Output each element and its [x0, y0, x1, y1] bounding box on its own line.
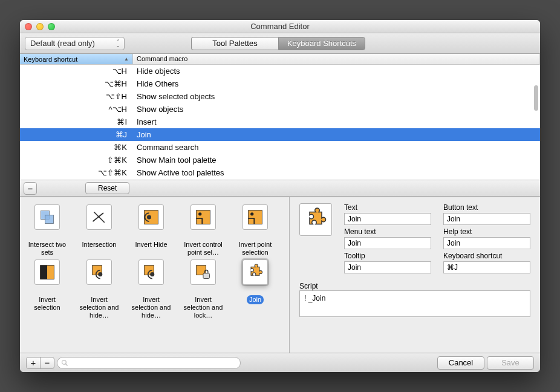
search-field[interactable]: [57, 357, 241, 369]
shortcut-cell: ⌘J: [20, 128, 133, 141]
zoom-icon[interactable]: [48, 23, 55, 30]
label-button-text: Button text: [443, 203, 530, 212]
invert-selection-lock-icon: [190, 260, 216, 285]
label-tooltip: Tooltip: [344, 252, 431, 260]
table-row[interactable]: ⌘KCommand search: [20, 141, 540, 154]
command-item-label: Invert control point sel…: [180, 240, 227, 257]
view-tabs: Tool Palettes Keyboard Shortcuts: [191, 37, 365, 50]
puzzle-icon: [304, 207, 328, 232]
column-header-shortcut[interactable]: Keyboard shortcut▲: [20, 54, 133, 64]
table-row[interactable]: ^⌥HShow objects: [20, 103, 540, 116]
table-row[interactable]: ⇧⌘KShow Main tool palette: [20, 154, 540, 166]
macro-cell: Show objects: [133, 103, 540, 116]
field-shortcut[interactable]: ⌘J: [443, 261, 530, 273]
table-header: Keyboard shortcut▲ Command macro: [20, 54, 540, 65]
shortcut-cell: ^⌥H: [20, 103, 133, 116]
shortcut-cell: ⌥⌘H: [20, 77, 133, 90]
command-item-label: Invert Hide: [132, 240, 169, 249]
script-section: Script ! _Join: [299, 282, 530, 317]
command-item-intersect-two-sets[interactable]: Intersect two sets: [24, 204, 71, 257]
field-button-text[interactable]: Join: [443, 213, 530, 225]
shortcut-cell: ⌘K: [20, 141, 133, 154]
command-item-invert-selection[interactable]: Invert selection: [24, 260, 71, 320]
command-item-label: Invert selection and hide…: [128, 295, 175, 320]
label-shortcut: Keyboard shortcut: [443, 252, 530, 260]
close-icon[interactable]: [25, 23, 32, 30]
table-row[interactable]: ⌥⌘HHide Others: [20, 77, 540, 90]
macro-cell: Show Active tool palettes: [133, 166, 540, 179]
invert-control-point-sel-icon: [190, 204, 216, 230]
tab-tool-palettes[interactable]: Tool Palettes: [191, 37, 278, 50]
macro-cell: Hide objects: [133, 65, 540, 77]
command-editor-window: Command Editor Default (read only) Tool …: [20, 20, 540, 372]
command-item-label: Invert selection and hide…: [76, 295, 123, 320]
command-item-join[interactable]: Join: [232, 260, 279, 320]
command-item-invert-selection-hide[interactable]: Invert selection and hide…: [76, 260, 123, 320]
midbar: − Reset: [20, 180, 540, 197]
add-button[interactable]: +: [26, 357, 41, 369]
command-item-label: Invert point selection: [232, 240, 279, 257]
table-row[interactable]: ⌥⇧⌘KShow Active tool palettes: [20, 166, 540, 179]
property-grid: Text Join Button text Join Menu text Joi…: [344, 203, 530, 273]
column-header-macro[interactable]: Command macro: [133, 54, 540, 64]
svg-rect-6: [197, 211, 210, 224]
save-button[interactable]: Save: [487, 356, 534, 370]
shortcut-cell: ⌥⇧H: [20, 90, 133, 103]
svg-point-18: [62, 360, 67, 364]
remove-button[interactable]: −: [40, 357, 54, 369]
window-title: Command Editor: [250, 22, 310, 31]
command-item-invert-selection-lock[interactable]: Invert selection and lock…: [180, 260, 227, 320]
window-controls: [25, 23, 55, 30]
field-script[interactable]: ! _Join: [299, 290, 530, 317]
svg-line-19: [66, 364, 68, 365]
macro-cell: Insert: [133, 116, 540, 128]
macro-cell: Join: [133, 128, 540, 141]
table-row[interactable]: ⌘IInsert: [20, 116, 540, 128]
titlebar[interactable]: Command Editor: [20, 20, 540, 33]
field-menu-text[interactable]: Join: [344, 237, 431, 249]
lower-area: Intersect two setsIntersectionInvert Hid…: [20, 197, 540, 353]
svg-point-15: [150, 272, 154, 276]
svg-point-13: [98, 272, 102, 276]
table-row[interactable]: ⌥⇧HShow selected objects: [20, 90, 540, 103]
join-icon: [243, 260, 268, 285]
field-tooltip[interactable]: Join: [344, 261, 431, 273]
svg-point-9: [250, 212, 253, 215]
minimize-icon[interactable]: [36, 23, 44, 30]
scrollbar-thumb[interactable]: [534, 85, 538, 111]
command-item-label: Join: [247, 295, 264, 304]
collapse-button[interactable]: −: [24, 182, 37, 195]
tab-label: Tool Palettes: [212, 39, 257, 48]
shortcut-cell: ⌥H: [20, 65, 133, 77]
field-help-text[interactable]: Join: [443, 237, 530, 249]
svg-point-5: [147, 215, 151, 220]
properties: Text Join Button text Join Menu text Joi…: [299, 203, 530, 273]
search-icon: [61, 359, 68, 367]
mode-dropdown[interactable]: Default (read only): [25, 37, 125, 50]
field-text[interactable]: Join: [344, 213, 431, 225]
command-icon-preview: [299, 203, 332, 236]
command-item-invert-control-point-sel[interactable]: Invert control point sel…: [180, 204, 227, 257]
command-item-invert-hide[interactable]: Invert Hide: [128, 204, 175, 257]
command-item-invert-selection-hide2[interactable]: Invert selection and hide…: [128, 260, 175, 320]
invert-selection-hide-icon: [86, 260, 112, 285]
label-text: Text: [344, 203, 431, 212]
command-item-intersection[interactable]: Intersection: [76, 204, 123, 257]
content: Keyboard shortcut▲ Command macro ⌥HHide …: [20, 54, 540, 353]
table-row[interactable]: ⌥HHide objects: [20, 65, 540, 77]
macro-cell: Show selected objects: [133, 90, 540, 103]
footer: + − Cancel Save: [20, 353, 540, 372]
command-item-invert-point-selection[interactable]: Invert point selection: [232, 204, 279, 257]
shortcut-list[interactable]: ⌥HHide objects⌥⌘HHide Others⌥⇧HShow sele…: [20, 65, 540, 180]
command-item-label: Intersect two sets: [24, 240, 71, 257]
intersect-two-sets-icon: [34, 204, 60, 230]
reset-button[interactable]: Reset: [85, 182, 129, 194]
invert-selection-hide2-icon: [138, 260, 164, 285]
cancel-button[interactable]: Cancel: [437, 356, 484, 370]
table-row[interactable]: ⌘JJoin: [20, 128, 540, 141]
macro-cell: Show Main tool palette: [133, 154, 540, 166]
command-item-label: Intersection: [80, 240, 119, 249]
command-icon-grid[interactable]: Intersect two setsIntersectionInvert Hid…: [20, 197, 289, 353]
shortcut-cell: ⇧⌘K: [20, 154, 133, 166]
tab-keyboard-shortcuts[interactable]: Keyboard Shortcuts: [278, 37, 365, 50]
